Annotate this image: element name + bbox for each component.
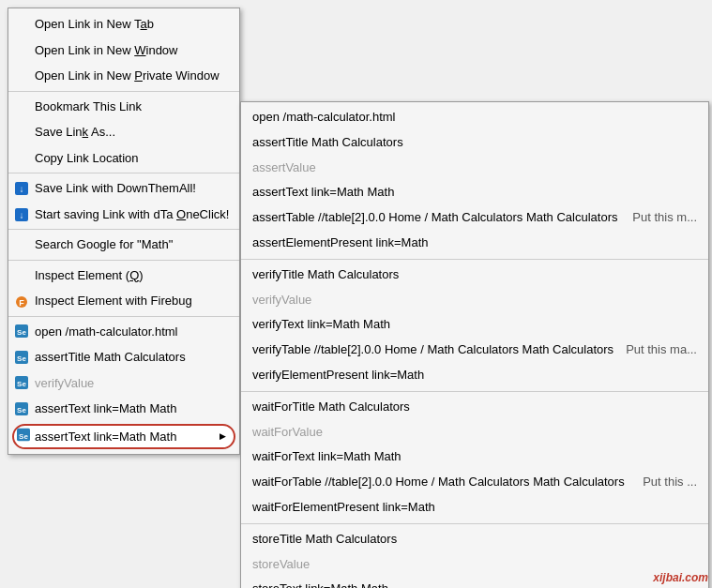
watermark: xijbai.com [653,571,708,584]
selenium-icon-4: Se [14,401,29,416]
show-all-commands-item[interactable]: Se assertText link=Math Math ▶ [12,424,235,449]
r-assert-value-item[interactable]: assertValue [241,156,708,181]
save-link-as-item[interactable]: Save Link As... [8,119,239,145]
r-verify-text-item[interactable]: verifyText link=Math Math [241,312,708,338]
r-assert-text-item[interactable]: assertText link=Math Math [241,180,708,205]
open-math-calc-item[interactable]: Se open /math-calculator.html [8,319,239,345]
r-assert-table-item[interactable]: assertTable //table[2].0.0 Home / Math C… [241,205,708,231]
sep-3 [241,523,708,524]
search-google-item[interactable]: Search Google for "Math" [8,232,239,261]
context-menu-right: open /math-calculator.html assertTitle M… [240,101,709,588]
r-wait-element-item[interactable]: waitForElementPresent link=Math [241,495,708,520]
r-assert-table-label: assertTable //table[2].0.0 Home / Math C… [252,208,617,228]
bookmark-link-item[interactable]: Bookmark This Link [8,94,239,120]
r-verify-element-item[interactable]: verifyElementPresent link=Math [241,363,708,388]
r-wait-table-item[interactable]: waitForTable //table[2].0.0 Home / Math … [241,470,708,495]
r-wait-value-item[interactable]: waitForValue [241,420,708,445]
show-commands-label: assertText link=Math Math [35,430,176,444]
svg-text:Se: Se [19,432,28,441]
svg-text:Se: Se [17,354,26,363]
r-open-math-item[interactable]: open /math-calculator.html [241,105,708,130]
open-new-window-item[interactable]: Open Link in New Window [8,38,239,64]
r-verify-table-label: verifyTable //table[2].0.0 Home / Math C… [252,340,614,360]
r-verify-title-item[interactable]: verifyTitle Math Calculators [241,263,708,288]
r-verify-value-item[interactable]: verifyValue [241,288,708,313]
svg-text:Se: Se [17,328,26,337]
r-assert-title-item[interactable]: assertTitle Math Calculators [241,130,708,156]
svg-text:F: F [19,298,24,308]
downthemall-icon: ↓ [14,181,29,196]
svg-text:Se: Se [17,380,26,388]
open-private-window-item[interactable]: Open Link in New Private Window [8,63,239,92]
assert-text-item[interactable]: Se assertText link=Math Math [8,396,239,422]
r-wait-table-putthis: Put this ... [643,473,697,492]
save-downthemall-item[interactable]: ↓ Save Link with DownThemAll! [8,175,239,202]
r-wait-table-label: waitForTable //table[2].0.0 Home / Math … [252,473,625,492]
r-store-value-item[interactable]: storeValue [241,552,708,578]
r-wait-title-item[interactable]: waitForTitle Math Calculators [241,395,708,420]
verify-value-item[interactable]: Se verifyValue [8,370,239,397]
firebug-icon: F [14,294,29,309]
r-verify-table-item[interactable]: verifyTable //table[2].0.0 Home / Math C… [241,338,708,363]
sep-1 [241,259,708,260]
context-menu-left: Open Link in New Tab Open Link in New Wi… [8,8,240,455]
r-store-text-item[interactable]: storeText link=Math Math [241,577,708,588]
r-assert-table-putthis: Put this m... [632,208,697,228]
r-wait-text-item[interactable]: waitForText link=Math Math [241,445,708,470]
sep-2 [241,391,708,392]
selenium-icon-1: Se [14,324,29,339]
r-store-title-item[interactable]: storeTitle Math Calculators [241,527,708,552]
dta-icon: ↓ [14,207,29,222]
r-assert-element-item[interactable]: assertElementPresent link=Math [241,231,708,256]
assert-title-item[interactable]: Se assertTitle Math Calculators [8,344,239,370]
start-saving-dta-item[interactable]: ↓ Start saving Link with dTa OneClick! [8,202,239,231]
copy-link-location-item[interactable]: Copy Link Location [8,145,239,174]
r-verify-table-putthis: Put this ma... [626,340,697,360]
open-new-tab-item[interactable]: Open Link in New Tab [8,11,239,38]
svg-text:↓: ↓ [20,184,24,194]
inspect-firebug-item[interactable]: F Inspect Element with Firebug [8,288,239,317]
svg-text:↓: ↓ [20,210,24,220]
selenium-icon-3: Se [14,375,29,390]
inspect-element-item[interactable]: Inspect Element (Q) [8,263,239,289]
submenu-arrow: ▶ [220,431,226,441]
selenium-icon-2: Se [14,350,29,365]
svg-text:Se: Se [17,406,26,415]
